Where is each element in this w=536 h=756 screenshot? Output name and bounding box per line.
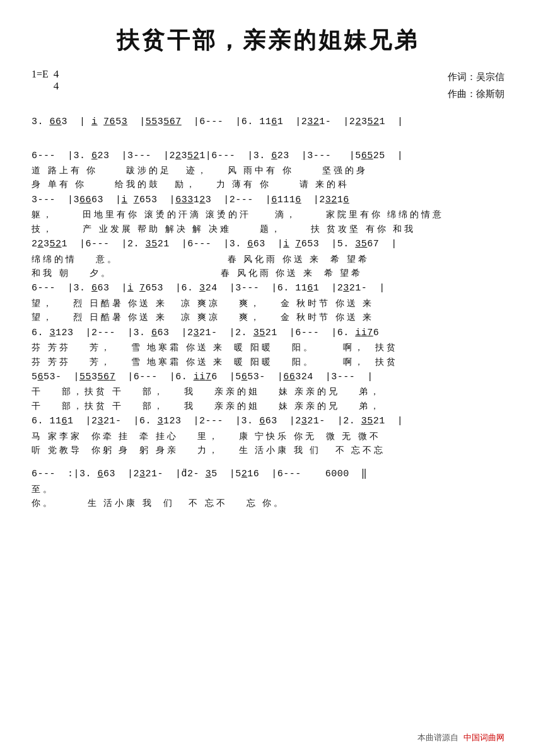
lyric-line-7a: 干 部，扶贫 干 部， 我 亲亲的姐 妹 亲亲的兄 弟，	[32, 385, 504, 399]
key-label: 1=E	[32, 69, 49, 80]
time-numerator: 4	[54, 69, 59, 81]
key-time: 1=E 4 4	[32, 69, 59, 92]
lyric-line-4a: 绵绵的情 意。 春 风化雨 你送 来 希 望希	[32, 253, 504, 266]
notation-line-3: 3--- |36663 |i 7653 |633123 |2--- |61116…	[32, 192, 504, 209]
notation-line-8: 6. 1161 |2321- |6. 3123 |2--- |3. 663 |2…	[32, 413, 504, 430]
lyric-line-9b: 你。 生 活小康 我 们 不 忘不 忘 你。	[32, 496, 504, 510]
lyric-line-9a: 至。	[32, 483, 504, 496]
lyric-line-2a: 道 路上有 你 跋涉的足 迹， 风 雨中有 你 坚强的身	[32, 164, 504, 178]
meta-row: 1=E 4 4 作词：吴宗信 作曲：徐斯朝	[32, 69, 504, 103]
notation-line-2: 6--- |3. 623 |3--- |223521|6--- |3. 623 …	[32, 148, 504, 164]
lyric-line-6a: 芬 芳芬 芳， 雪 地寒霜 你送 来 暖 阳暖 阳。 啊， 扶贫	[32, 341, 504, 355]
time-signature: 4 4	[54, 69, 59, 92]
notation-line-4: 223521 |6--- |2. 3521 |6--- |3. 663 |i 7…	[32, 236, 504, 253]
lyric-line-6b: 芬 芳芬 芳， 雪 地寒霜 你送 来 暖 阳暖 阳。 啊， 扶贫	[32, 355, 504, 369]
notation-line-9: 6--- :|3. 663 |2321- |ḋ2- 35 |5216 |6---…	[32, 466, 504, 483]
lyric-line-8b: 听 党教导 你躬 身 躬 身亲 力， 生 活小康 我 们 不 忘不忘	[32, 444, 504, 457]
notation-line-6: 6. 3123 |2--- |3. 663 |2321- |2. 3521 |6…	[32, 325, 504, 341]
lyric-line-2b: 身 单有 你 给我的鼓 励， 力 薄有 你 请 来的科	[32, 178, 504, 192]
time-denominator: 4	[54, 81, 59, 93]
lyric-line-5a: 望， 烈 日酷暑 你送 来 凉 爽凉 爽， 金 秋时节 你送 来	[32, 297, 504, 311]
author-info: 作词：吴宗信 作曲：徐斯朝	[448, 69, 504, 103]
footer-left: 本曲谱源自	[417, 732, 458, 743]
music-author: 作曲：徐斯朝	[448, 86, 504, 103]
notation-line-7: 5653- |553567 |6--- |6. ii76 |5653- |663…	[32, 369, 504, 386]
page-title: 扶贫干部，亲亲的姐妹兄弟	[32, 25, 504, 56]
page: 扶贫干部，亲亲的姐妹兄弟 1=E 4 4 作词：吴宗信 作曲：徐斯朝 3. 66…	[0, 0, 536, 756]
lyric-line-3b: 技， 产 业发展 帮助 解决 解 决难 题， 扶 贫攻坚 有你 和我	[32, 222, 504, 236]
lyric-line-4b: 和我 朝 夕。 春 风化雨 你送 来 希 望希	[32, 266, 504, 280]
lyric-line-5b: 望， 烈 日酷暑 你送 来 凉 爽凉 爽， 金 秋时节 你送 来	[32, 311, 504, 324]
notation-line-1: 3. 663 | i 7653 |553567 |6--- |6. 1161 |…	[32, 114, 504, 130]
footer-right: 中国词曲网	[463, 732, 504, 743]
lyrics-author: 作词：吴宗信	[448, 69, 504, 86]
footer: 本曲谱源自 中国词曲网	[417, 732, 504, 743]
notation-line-5: 6--- |3. 663 |i 7653 |6. 324 |3--- |6. 1…	[32, 280, 504, 297]
notation-section: 3. 663 | i 7653 |553567 |6--- |6. 1161 |…	[32, 114, 504, 511]
lyric-line-7b: 干 部，扶贫 干 部， 我 亲亲的姐 妹 亲亲的兄 弟，	[32, 399, 504, 413]
lyric-line-8a: 马 家李家 你牵 挂 牵 挂心 里， 康 宁快乐 你无 微 无 微不	[32, 430, 504, 444]
lyric-line-3a: 躯， 田地里有你 滚烫的汗滴 滚烫的汗 滴， 家院里有你 绵绵的情意	[32, 208, 504, 222]
